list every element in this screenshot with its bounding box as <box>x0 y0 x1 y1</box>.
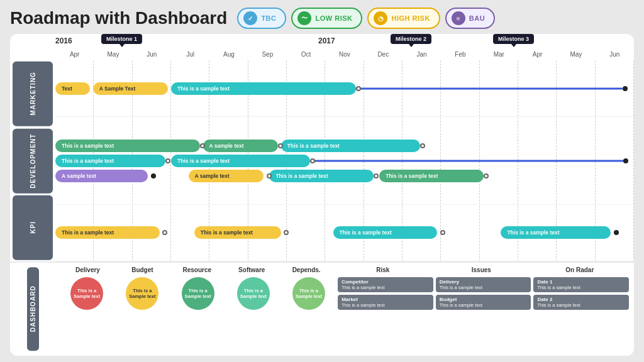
badge-tbc-label: TBC <box>261 14 276 22</box>
col-resource: Resource <box>170 266 225 273</box>
month-apr1: Apr <box>55 51 94 58</box>
bar-dev-teal1: This is a sample text <box>281 140 420 152</box>
month-aug: Aug <box>209 51 248 58</box>
col-risk: Risk <box>334 266 432 273</box>
bar-a-sample-text: A Sample Text <box>93 82 169 95</box>
dev-row1: This is a sample text A sample text This… <box>55 140 634 152</box>
dot-dev-end <box>623 158 628 163</box>
risk-market-title: Market <box>341 297 430 302</box>
risk-competitor-card: Competitor This is a sample text <box>338 277 433 292</box>
gantt-area: Text A Sample Text This is a sample text… <box>55 60 634 261</box>
month-may2: May <box>557 51 595 58</box>
col-delivery: Delivery <box>60 266 115 273</box>
development-row: This is a sample text A sample text This… <box>55 117 634 205</box>
dashboard-col-headers: Delivery Budget Resource Software Depend… <box>60 266 629 273</box>
risk-market-text: This is a sample text <box>341 302 430 308</box>
issues-budget-text: This is a sample text <box>440 302 528 308</box>
bar-dev-teal2: This is a sample text <box>55 155 165 167</box>
dashboard-data-row: This is a Sample text This is a Sample t… <box>60 277 629 310</box>
bar-kpi-yellow2: This is a sample text <box>194 226 281 239</box>
low-risk-icon: 〜 <box>297 11 311 25</box>
month-jun1: Jun <box>133 51 171 58</box>
month-dec: Dec <box>364 51 402 58</box>
badge-bau: ≡ BAU <box>445 8 495 29</box>
circle-delivery: This is a Sample text <box>60 277 113 310</box>
month-nov: Nov <box>325 51 364 58</box>
issues-delivery-title: Delivery <box>440 279 528 285</box>
year-2016: 2016 <box>55 36 72 45</box>
bar-dev-green1: This is a sample text <box>55 140 200 152</box>
risk-competitor-title: Competitor <box>341 279 430 285</box>
marketing-bar-row: Text A Sample Text This is a sample text <box>55 82 634 95</box>
kpi-bar-row: This is a sample text This is a sample t… <box>55 226 634 239</box>
label-marketing: Marketing <box>13 62 53 126</box>
dot-dev3 <box>420 143 425 148</box>
dot-kpi3 <box>440 230 445 235</box>
bar-dev-green3: This is a sample text <box>379 170 484 182</box>
dot-dev6 <box>151 173 156 178</box>
col-depends: Depends. <box>279 266 334 273</box>
dev-line <box>310 160 628 162</box>
issues-delivery-card: Delivery This is a sample text <box>436 277 531 292</box>
header-row: Roadmap with Dashboard ✓ TBC 〜 LOW RISK … <box>10 8 634 29</box>
badge-software: This is a Sample text <box>237 277 270 310</box>
badges-container: ✓ TBC 〜 LOW RISK ◔ HIGH RISK ≡ BAU <box>237 8 495 29</box>
bar-dev-yellow: A sample text <box>189 170 264 182</box>
page-wrapper: Roadmap with Dashboard ✓ TBC 〜 LOW RISK … <box>0 0 644 362</box>
badge-budget-text: This is a Sample text <box>128 288 156 299</box>
badge-high-risk: ◔ HIGH RISK <box>367 8 440 29</box>
badge-depends-text: This is a Sample text <box>295 288 323 299</box>
row-labels: Marketing Development KPI <box>10 60 55 261</box>
col-budget: Budget <box>115 266 170 273</box>
month-mar: Mar <box>480 51 518 58</box>
milestone-2: Milestone 2 <box>391 34 431 44</box>
radar-date2-card: Date 2 This is a sample text <box>533 295 629 310</box>
badge-depends: This is a Sample text <box>292 277 325 310</box>
col-issues: Issues <box>432 266 530 273</box>
dot-dev8 <box>374 173 379 178</box>
marketing-row: Text A Sample Text This is a sample text <box>55 60 634 117</box>
rows-area: Marketing Development KPI <box>10 60 634 261</box>
col-radar: On Radar <box>531 266 629 273</box>
radar-date2-title: Date 2 <box>537 297 625 302</box>
col-software: Software <box>225 266 279 273</box>
dot-kpi1 <box>162 230 167 235</box>
month-apr2: Apr <box>518 51 557 58</box>
high-risk-icon: ◔ <box>374 11 387 25</box>
bar-text: Text <box>55 82 90 95</box>
dot-dev1 <box>200 143 205 148</box>
dashboard-label-wrap: Dashboard <box>10 263 55 356</box>
issues-col: Delivery This is a sample text Budget Th… <box>436 277 531 310</box>
label-kpi: KPI <box>13 195 53 260</box>
dot-marketing-end <box>623 86 628 91</box>
issues-budget-card: Budget This is a sample text <box>436 295 531 310</box>
milestone-1: Milestone 1 <box>101 34 142 44</box>
dashboard-section: Dashboard Delivery Budget Resource Softw… <box>10 261 634 356</box>
milestone-3: Milestone 3 <box>493 34 534 44</box>
badge-budget: This is a Sample text <box>126 277 158 310</box>
radar-col: Date 1 This is a sample text Date 2 This… <box>533 277 629 310</box>
tbc-icon: ✓ <box>243 11 257 25</box>
dot-kpi2 <box>284 230 289 235</box>
badge-delivery-text: This is a Sample text <box>73 288 101 299</box>
bar-dev-purple: A sample text <box>55 170 148 182</box>
bau-icon: ≡ <box>452 11 465 25</box>
month-jul: Jul <box>171 51 209 58</box>
year-2017: 2017 <box>318 36 335 45</box>
radar-date1-text: This is a sample text <box>537 285 625 290</box>
badge-delivery: This is a Sample text <box>70 277 103 310</box>
timeline-section: 2016 2017 Milestone 1 Milestone 2 Milest… <box>10 34 634 261</box>
dot-dev9 <box>484 173 489 178</box>
badge-resource-text: This is a Sample text <box>184 288 212 299</box>
bar-dev-green2: A sample text <box>203 140 279 152</box>
month-oct: Oct <box>287 51 325 58</box>
bar-marketing-teal: This is a sample text <box>171 82 356 95</box>
issues-delivery-text: This is a sample text <box>440 285 528 290</box>
badge-low-label: LOW RISK <box>315 14 352 22</box>
risk-col: Competitor This is a sample text Market … <box>338 277 433 310</box>
badge-low-risk: 〜 LOW RISK <box>291 8 362 29</box>
month-may1: May <box>94 51 132 58</box>
dot-dev7 <box>267 173 272 178</box>
bar-kpi-teal1: This is a sample text <box>333 226 438 239</box>
month-feb: Feb <box>441 51 479 58</box>
